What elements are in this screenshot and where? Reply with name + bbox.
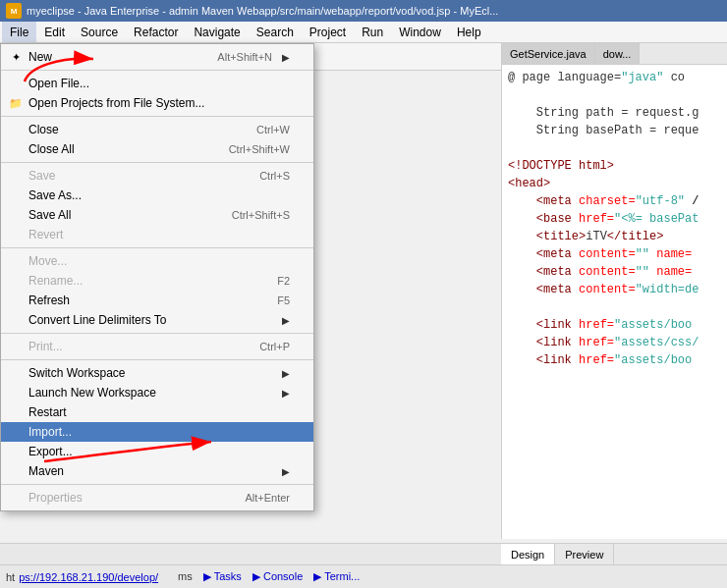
divider-7	[1, 484, 313, 485]
status-url: ps://192.168.21.190/develop/	[19, 571, 158, 583]
divider-1	[1, 70, 313, 71]
folder-icon: 📁	[7, 94, 25, 112]
code-line-1: @ page language="java" co	[508, 69, 721, 86]
menu-switch-workspace[interactable]: Switch Workspace ▶	[1, 363, 313, 383]
menu-close-all[interactable]: Close All Ctrl+Shift+W	[1, 139, 313, 159]
menu-rename[interactable]: Rename... F2	[1, 271, 313, 291]
menu-convert-line[interactable]: Convert Line Delimiters To ▶	[1, 310, 313, 330]
menu-source[interactable]: Source	[73, 22, 126, 42]
code-line-14	[508, 298, 721, 316]
code-line-8: <meta charset="utf-8" /	[508, 192, 721, 210]
status-text: ht	[6, 571, 15, 583]
menu-maven[interactable]: Maven ▶	[1, 461, 313, 481]
menu-refactor[interactable]: Refactor	[126, 22, 186, 42]
code-line-15: <link href="assets/boo	[508, 316, 721, 334]
code-line-10: <title>iTV</title>	[508, 228, 721, 245]
menu-launch-workspace[interactable]: Launch New Workspace ▶	[1, 383, 313, 402]
divider-6	[1, 359, 313, 360]
code-line-3: String path = request.g	[508, 104, 721, 122]
menu-save-all[interactable]: Save All Ctrl+Shift+S	[1, 205, 313, 225]
menu-help[interactable]: Help	[449, 22, 489, 42]
code-tabs: GetService.java dow...	[502, 43, 727, 65]
menu-open-projects[interactable]: 📁 Open Projects from File System...	[1, 93, 313, 113]
code-area: GetService.java dow... @ page language="…	[501, 43, 727, 539]
tab-get-service[interactable]: GetService.java	[502, 43, 595, 64]
title-bar: M myeclipse - Java Enterprise - admin Ma…	[0, 0, 727, 22]
menu-window[interactable]: Window	[391, 22, 449, 42]
menu-refresh[interactable]: Refresh F5	[1, 291, 313, 310]
code-content: @ page language="java" co String path = …	[502, 65, 727, 539]
menu-move[interactable]: Move...	[1, 251, 313, 271]
menu-project[interactable]: Project	[302, 22, 354, 42]
divider-2	[1, 116, 313, 117]
code-line-12: <meta content="" name=	[508, 263, 721, 281]
tab-tasks[interactable]: ▶ Tasks	[203, 570, 242, 582]
title-text: myeclipse - Java Enterprise - admin Mave…	[27, 5, 498, 17]
code-line-11: <meta content="" name=	[508, 245, 721, 263]
tab-console[interactable]: ▶ Console	[252, 570, 303, 582]
menu-save-as[interactable]: Save As...	[1, 186, 313, 205]
file-menu: ✦ New Alt+Shift+N ▶ Open File... 📁 Open …	[0, 43, 314, 511]
svg-text:M: M	[11, 7, 18, 16]
menu-file[interactable]: File	[2, 22, 36, 42]
code-line-13: <meta content="width=de	[508, 281, 721, 298]
app-icon: M	[6, 3, 22, 19]
menu-save[interactable]: Save Ctrl+S	[1, 166, 313, 186]
menu-import[interactable]: Import...	[1, 422, 313, 442]
code-line-7: <head>	[508, 175, 721, 192]
divider-3	[1, 162, 313, 163]
status-bar: ht ps://192.168.21.190/develop/ ms ▶ Tas…	[0, 564, 727, 588]
menu-revert[interactable]: Revert	[1, 225, 313, 244]
console-tab-group: ms ▶ Tasks ▶ Console ▶ Termi...	[178, 570, 360, 583]
menu-restart[interactable]: Restart	[1, 402, 313, 422]
menu-edit[interactable]: Edit	[36, 22, 73, 42]
menu-navigate[interactable]: Navigate	[186, 22, 248, 42]
tab-dow[interactable]: dow...	[595, 43, 641, 64]
new-icon: ✦	[7, 48, 25, 66]
code-line-6: <!DOCTYPE html>	[508, 157, 721, 175]
code-line-17: <link href="assets/boo	[508, 351, 721, 369]
code-line-16: <link href="assets/css/	[508, 334, 721, 351]
tab-ms[interactable]: ms	[178, 570, 193, 582]
menu-run[interactable]: Run	[354, 22, 391, 42]
menu-print[interactable]: Print... Ctrl+P	[1, 337, 313, 356]
menu-properties[interactable]: Properties Alt+Enter	[1, 488, 313, 508]
code-line-2	[508, 86, 721, 104]
menu-export[interactable]: Export...	[1, 442, 313, 461]
divider-4	[1, 247, 313, 248]
code-line-4: String basePath = reque	[508, 122, 721, 139]
bottom-panel	[0, 543, 501, 564]
menu-close[interactable]: Close Ctrl+W	[1, 120, 313, 139]
menu-open-file[interactable]: Open File...	[1, 74, 313, 93]
divider-5	[1, 333, 313, 334]
menu-new[interactable]: ✦ New Alt+Shift+N ▶	[1, 47, 313, 67]
tab-terminal[interactable]: ▶ Termi...	[313, 570, 360, 582]
menu-bar: File Edit Source Refactor Navigate Searc…	[0, 22, 727, 43]
code-line-9: <base href="<%= basePat	[508, 210, 721, 228]
design-preview-tabs: Design Preview	[501, 543, 727, 564]
tab-design[interactable]: Design	[501, 544, 555, 564]
tab-preview[interactable]: Preview	[555, 544, 614, 564]
file-dropdown: ✦ New Alt+Shift+N ▶ Open File... 📁 Open …	[0, 43, 501, 511]
code-line-5	[508, 139, 721, 157]
menu-search[interactable]: Search	[249, 22, 302, 42]
